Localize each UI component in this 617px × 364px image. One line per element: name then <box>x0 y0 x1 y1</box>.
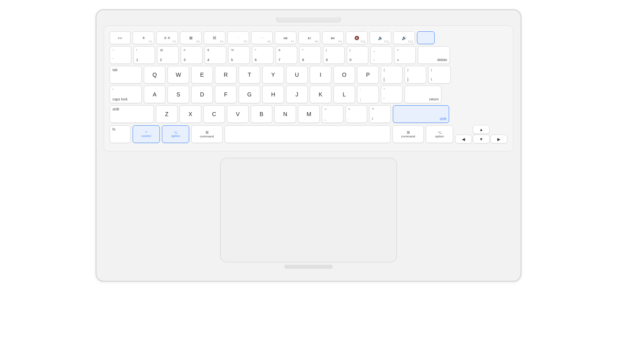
key-f12[interactable]: 🔊 F12 <box>393 31 415 44</box>
bottom-row: fn ^ control ⌥ option ⌘ <box>110 125 507 143</box>
key-3[interactable]: # 3 <box>181 46 202 64</box>
number-row: ~ ` ! 1 @ 2 # 3 $ 4 <box>110 46 507 64</box>
key-4[interactable]: $ 4 <box>204 46 226 64</box>
key-g[interactable]: G <box>239 86 260 103</box>
asdf-row: • caps lock A S D F G H J K L : ; " ' <box>110 86 507 103</box>
key-arrow-right[interactable]: ▶ <box>490 135 507 143</box>
trackpad-area <box>104 158 513 262</box>
key-e[interactable]: E <box>191 66 213 84</box>
key-d[interactable]: D <box>191 86 213 103</box>
key-v[interactable]: V <box>227 105 249 123</box>
key-lbracket[interactable]: { [ <box>381 66 402 84</box>
qwerty-row: tab Q W E R T Y U I O P { [ } ] <box>110 66 507 84</box>
key-quote[interactable]: " ' <box>381 86 402 103</box>
key-0[interactable]: ) 0 <box>347 46 368 64</box>
key-slash[interactable]: ? / <box>369 105 391 123</box>
key-r[interactable]: R <box>215 66 237 84</box>
trackpad[interactable] <box>220 158 397 262</box>
key-o[interactable]: O <box>333 66 355 84</box>
key-minus[interactable]: _ - <box>370 46 392 64</box>
key-f8[interactable]: ⏯ F8 <box>298 31 320 44</box>
key-f3[interactable]: ▦ F3 <box>180 31 202 44</box>
key-arrow-down[interactable]: ▼ <box>473 135 490 143</box>
key-f10[interactable]: 🔇 F10 <box>346 31 368 44</box>
key-option-right[interactable]: ⌥ option <box>426 125 453 143</box>
key-s[interactable]: S <box>168 86 189 103</box>
key-period[interactable]: > . <box>345 105 367 123</box>
key-7[interactable]: & 7 <box>276 46 297 64</box>
key-return[interactable]: return <box>405 86 441 103</box>
key-5[interactable]: % 5 <box>228 46 250 64</box>
key-backtick[interactable]: ~ ` <box>110 46 131 64</box>
key-arrow-left[interactable]: ◀ <box>455 135 472 143</box>
key-8[interactable]: * 8 <box>299 46 321 64</box>
key-esc[interactable]: esc <box>110 31 131 44</box>
camera-notch <box>276 17 341 22</box>
keyboard-area: esc ☀ F1 ☀☀ F2 ▦ F3 ⌘ <box>104 25 513 151</box>
key-control[interactable]: ^ control <box>133 125 160 143</box>
camera-bar <box>104 17 513 22</box>
key-x[interactable]: X <box>180 105 201 123</box>
key-z[interactable]: Z <box>156 105 178 123</box>
laptop-wrapper: esc ☀ F1 ☀☀ F2 ▦ F3 ⌘ <box>88 9 529 355</box>
key-capslock[interactable]: • caps lock <box>110 86 142 103</box>
key-f[interactable]: F <box>215 86 237 103</box>
key-f9[interactable]: ⏭ F9 <box>322 31 344 44</box>
key-1[interactable]: ! 1 <box>133 46 155 64</box>
key-semicolon[interactable]: : ; <box>357 86 379 103</box>
key-shift-right[interactable]: shift <box>393 105 449 123</box>
key-comma[interactable]: < , <box>322 105 343 123</box>
function-row: esc ☀ F1 ☀☀ F2 ▦ F3 ⌘ <box>110 31 507 44</box>
key-m[interactable]: M <box>298 105 320 123</box>
key-i[interactable]: I <box>310 66 331 84</box>
chin-bar <box>284 265 333 269</box>
key-f11[interactable]: 🔉 F11 <box>370 31 391 44</box>
key-p[interactable]: P <box>357 66 379 84</box>
key-backslash[interactable]: | \ <box>428 66 451 84</box>
key-rbracket[interactable]: } ] <box>405 66 426 84</box>
laptop-body: esc ☀ F1 ☀☀ F2 ▦ F3 ⌘ <box>96 9 521 282</box>
key-y[interactable]: Y <box>262 66 284 84</box>
key-q[interactable]: Q <box>144 66 165 84</box>
key-option-left[interactable]: ⌥ option <box>162 125 189 143</box>
key-k[interactable]: K <box>310 86 331 103</box>
key-power[interactable] <box>417 31 435 44</box>
key-command-left[interactable]: ⌘ command <box>191 125 223 143</box>
key-arrow-up[interactable]: ▲ <box>473 125 490 134</box>
key-b[interactable]: B <box>251 105 272 123</box>
key-f5[interactable]: · · F5 <box>227 31 249 44</box>
key-j[interactable]: J <box>286 86 308 103</box>
zxcv-row: shift Z X C V B N M < , > . ? <box>110 105 507 123</box>
key-n[interactable]: N <box>274 105 296 123</box>
key-u[interactable]: U <box>286 66 308 84</box>
key-a[interactable]: A <box>144 86 165 103</box>
key-c[interactable]: C <box>203 105 225 123</box>
key-delete[interactable]: delete <box>418 46 450 64</box>
key-t[interactable]: T <box>239 66 260 84</box>
key-9[interactable]: ( 9 <box>323 46 345 64</box>
key-2[interactable]: @ 2 <box>157 46 179 64</box>
key-fn[interactable]: fn <box>110 125 131 143</box>
key-command-right[interactable]: ⌘ command <box>392 125 424 143</box>
key-equals[interactable]: + = <box>394 46 416 64</box>
key-h[interactable]: H <box>262 86 284 103</box>
key-6[interactable]: ^ 6 <box>252 46 274 64</box>
key-f7[interactable]: ⏮ F7 <box>275 31 296 44</box>
key-shift-left[interactable]: shift <box>110 105 154 123</box>
key-f6[interactable]: ·· ·· F6 <box>251 31 273 44</box>
key-f2[interactable]: ☀☀ F2 <box>156 31 178 44</box>
arrow-cluster: ▲ ◀ ▼ ▶ <box>455 125 507 143</box>
bottom-chin <box>104 265 513 269</box>
key-f4[interactable]: ⌘ F4 <box>204 31 225 44</box>
key-l[interactable]: L <box>333 86 355 103</box>
key-space[interactable] <box>225 125 390 143</box>
key-tab[interactable]: tab <box>110 66 142 84</box>
key-f1[interactable]: ☀ F1 <box>133 31 154 44</box>
key-w[interactable]: W <box>168 66 189 84</box>
